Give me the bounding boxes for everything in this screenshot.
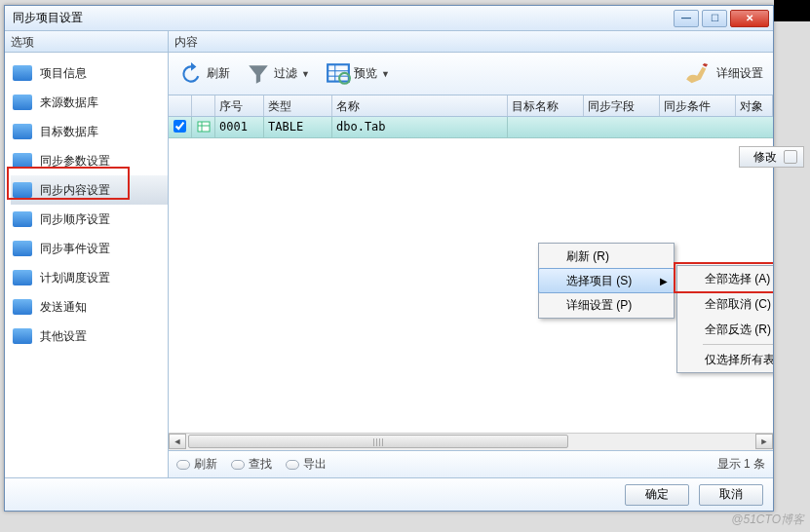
minimize-button[interactable] xyxy=(674,10,699,27)
maximize-button[interactable] xyxy=(702,10,727,27)
funnel-icon xyxy=(246,61,271,87)
sidebar-item-notify[interactable]: 发送通知 xyxy=(11,292,168,322)
ok-button[interactable]: 确定 xyxy=(625,484,689,506)
table-body[interactable]: 0001 TABLE dbo.Tab 刷新 (R) 选择项目 (S)▶ 详细设置… xyxy=(169,117,773,433)
menu-select-all[interactable]: 全部选择 (A) xyxy=(677,266,773,291)
folder-icon xyxy=(13,182,32,198)
folder-icon xyxy=(13,270,32,285)
sidebar-item-sync-events[interactable]: 同步事件设置 xyxy=(11,234,168,263)
options-title: 选项 xyxy=(5,31,168,53)
row-checkbox[interactable] xyxy=(169,117,192,137)
watermark: @51CTO博客 xyxy=(731,512,804,528)
chevron-right-icon: ▶ xyxy=(660,276,668,286)
folder-icon xyxy=(13,241,32,256)
grid-icon xyxy=(326,61,351,87)
toolbar-label: 详细设置 xyxy=(716,65,763,82)
pill-icon xyxy=(231,460,245,470)
refresh-button[interactable]: 刷新 xyxy=(174,57,234,92)
sidebar-item-label: 其他设置 xyxy=(40,328,87,345)
folder-icon xyxy=(13,328,32,344)
col-check[interactable] xyxy=(169,95,192,116)
sidebar-item-label: 计划调度设置 xyxy=(40,270,110,286)
sidebar-item-sync-order[interactable]: 同步顺序设置 xyxy=(11,205,168,234)
modify-button[interactable]: 修改 xyxy=(739,146,804,168)
col-type[interactable]: 类型 xyxy=(264,95,332,116)
row-count: 显示 1 条 xyxy=(717,456,765,473)
menu-detail[interactable]: 详细设置 (P) xyxy=(539,292,674,318)
sidebar-item-project-info[interactable]: 项目信息 xyxy=(11,58,168,88)
sidebar-item-label: 目标数据库 xyxy=(40,124,98,140)
table-icon xyxy=(192,117,215,137)
close-button[interactable] xyxy=(730,10,769,27)
context-menu[interactable]: 刷新 (R) 选择项目 (S)▶ 详细设置 (P) xyxy=(538,243,675,319)
col-icon xyxy=(192,95,215,116)
sidebar-item-sync-params[interactable]: 同步参数设置 xyxy=(11,146,168,175)
sidebar: 项目信息 来源数据库 目标数据库 同步参数设置 同步内容设置 同步顺序设置 同步… xyxy=(5,53,168,477)
scroll-thumb[interactable] xyxy=(188,435,568,448)
svg-rect-5 xyxy=(198,122,210,132)
folder-icon xyxy=(13,65,32,81)
folder-icon xyxy=(13,211,32,227)
options-pane: 选项 项目信息 来源数据库 目标数据库 同步参数设置 同步内容设置 同步顺序设置… xyxy=(5,31,169,477)
toolbar-label: 过滤 xyxy=(274,65,297,82)
col-seq[interactable]: 序号 xyxy=(215,95,264,116)
col-obj[interactable]: 对象 xyxy=(736,95,773,116)
preview-button[interactable]: 预览 ▼ xyxy=(322,57,394,92)
cell-name: dbo.Tab xyxy=(332,117,508,137)
footer-find[interactable]: 查找 xyxy=(231,456,272,473)
table-row[interactable]: 0001 TABLE dbo.Tab xyxy=(169,117,773,138)
folder-icon xyxy=(13,299,32,315)
refresh-icon xyxy=(178,61,204,87)
col-cond[interactable]: 同步条件 xyxy=(660,95,736,116)
folder-icon xyxy=(13,124,32,139)
folder-icon xyxy=(13,153,32,169)
sidebar-item-sync-content[interactable]: 同步内容设置 xyxy=(11,175,168,205)
context-submenu[interactable]: 全部选择 (A) 全部取消 (C) 全部反选 (R) 仅选择所有表 (T) xyxy=(676,265,773,373)
menu-refresh[interactable]: 刷新 (R) xyxy=(539,244,674,269)
scroll-left-button[interactable]: ◄ xyxy=(169,434,186,449)
scroll-right-button[interactable]: ► xyxy=(755,434,773,449)
sidebar-item-other[interactable]: 其他设置 xyxy=(11,322,168,351)
folder-icon xyxy=(13,95,32,110)
pill-icon xyxy=(286,460,299,470)
col-target[interactable]: 目标名称 xyxy=(508,95,584,116)
toolbar: 刷新 过滤 ▼ 预览 ▼ 详细设置 xyxy=(169,53,773,95)
col-fields[interactable]: 同步字段 xyxy=(584,95,660,116)
col-name[interactable]: 名称 xyxy=(332,95,508,116)
advanced-button[interactable]: 详细设置 xyxy=(680,57,767,92)
chevron-down-icon: ▼ xyxy=(301,69,310,79)
filter-button[interactable]: 过滤 ▼ xyxy=(242,57,314,92)
sidebar-item-label: 来源数据库 xyxy=(40,95,98,111)
chevron-down-icon: ▼ xyxy=(381,69,390,79)
hand-pen-icon xyxy=(684,63,714,85)
settings-window: 同步项目设置 选项 项目信息 来源数据库 目标数据库 同步参数设置 同步内容设置… xyxy=(4,5,774,512)
pill-icon xyxy=(176,460,190,470)
dialog-footer: 确定 取消 xyxy=(5,477,773,511)
content-pane: 内容 刷新 过滤 ▼ 预览 ▼ xyxy=(169,31,773,477)
sidebar-item-label: 同步内容设置 xyxy=(40,182,110,199)
table-header: 序号 类型 名称 目标名称 同步字段 同步条件 对象 xyxy=(169,95,773,117)
sidebar-item-label: 同步顺序设置 xyxy=(40,211,110,228)
menu-select-items[interactable]: 选择项目 (S)▶ xyxy=(538,268,675,293)
footer-refresh[interactable]: 刷新 xyxy=(176,456,217,473)
cancel-button[interactable]: 取消 xyxy=(699,484,763,506)
sidebar-item-schedule[interactable]: 计划调度设置 xyxy=(11,263,168,292)
sidebar-item-label: 项目信息 xyxy=(40,65,87,82)
sidebar-item-source-db[interactable]: 来源数据库 xyxy=(11,88,168,117)
sidebar-item-label: 同步事件设置 xyxy=(40,241,110,257)
sidebar-item-label: 同步参数设置 xyxy=(40,153,110,170)
menu-invert[interactable]: 全部反选 (R) xyxy=(677,317,773,342)
horizontal-scrollbar[interactable]: ◄ ► xyxy=(169,433,773,450)
sidebar-item-label: 发送通知 xyxy=(40,299,87,316)
cell-seq: 0001 xyxy=(215,117,264,137)
menu-select-none[interactable]: 全部取消 (C) xyxy=(677,291,773,317)
sidebar-item-target-db[interactable]: 目标数据库 xyxy=(11,117,168,146)
menu-tables-only[interactable]: 仅选择所有表 (T) xyxy=(677,347,773,372)
toolbar-label: 预览 xyxy=(354,65,377,82)
toolbar-label: 刷新 xyxy=(207,65,230,82)
titlebar[interactable]: 同步项目设置 xyxy=(5,6,773,31)
separator xyxy=(703,344,773,345)
cell-type: TABLE xyxy=(264,117,332,137)
footer-export[interactable]: 导出 xyxy=(286,456,327,473)
content-title: 内容 xyxy=(169,31,773,53)
